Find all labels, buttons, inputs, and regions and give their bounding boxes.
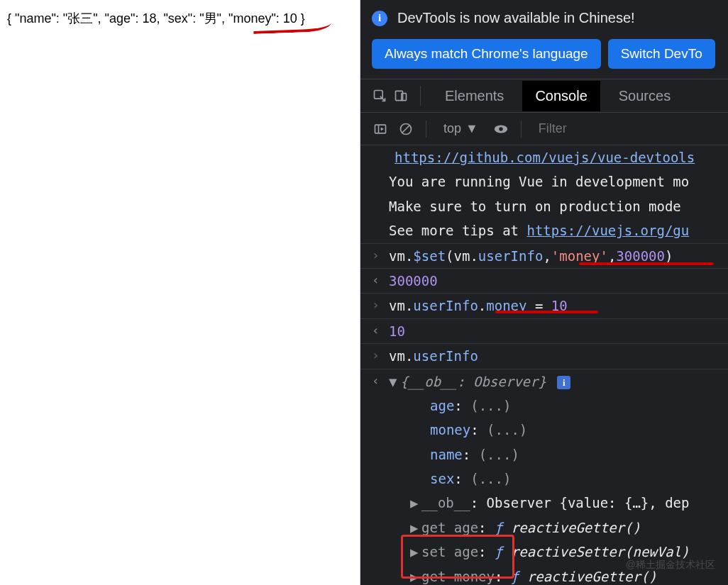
- tab-sources[interactable]: Sources: [606, 81, 683, 111]
- tab-elements[interactable]: Elements: [432, 81, 517, 111]
- object-property[interactable]: name: (...): [360, 442, 728, 467]
- filter-input[interactable]: [533, 118, 717, 139]
- device-toggle-icon[interactable]: [393, 88, 409, 104]
- clear-console-icon[interactable]: [397, 121, 414, 138]
- live-expression-icon[interactable]: [492, 121, 509, 138]
- match-language-button[interactable]: Always match Chrome's language: [372, 39, 601, 69]
- info-banner-text: DevTools is now available in Chinese!: [397, 10, 635, 26]
- annotation-underline: [579, 262, 714, 265]
- chevron-down-icon: ▼: [465, 121, 478, 136]
- switch-devtools-button[interactable]: Switch DevTo: [608, 39, 715, 69]
- caret-down-icon[interactable]: ▼: [389, 371, 400, 392]
- input-prompt-icon: ›: [372, 295, 380, 316]
- info-icon: i: [372, 11, 387, 26]
- console-input[interactable]: › vm.userInfo.money = 10: [360, 293, 728, 318]
- toolbar-divider-2: [521, 121, 522, 138]
- svg-line-6: [402, 126, 409, 133]
- console-input[interactable]: › vm.userInfo: [360, 343, 728, 368]
- info-badge-icon[interactable]: i: [557, 376, 570, 389]
- caret-right-icon[interactable]: ▶: [410, 492, 421, 513]
- console-output-line: ‹ 10: [360, 318, 728, 343]
- context-label: top: [443, 121, 461, 136]
- sidebar-toggle-icon[interactable]: [372, 121, 389, 138]
- svg-rect-3: [375, 125, 386, 133]
- object-property[interactable]: age: (...): [360, 394, 728, 418]
- info-banner: i DevTools is now available in Chinese!: [360, 0, 728, 35]
- annotation-box: [401, 535, 514, 579]
- tab-console[interactable]: Console: [522, 81, 600, 111]
- annotation-underline: [495, 311, 598, 313]
- devtools-panel: i DevTools is now available in Chinese! …: [360, 0, 728, 585]
- page-content: { "name": "张三", "age": 18, "sex": "男", "…: [0, 0, 360, 585]
- object-property[interactable]: ▶__ob__: Observer {value: {…}, dep: [360, 491, 728, 515]
- object-property[interactable]: money: (...): [360, 418, 728, 442]
- console-output-line: ‹ 300000: [360, 268, 728, 293]
- console-message: Make sure to turn on production mode: [360, 194, 728, 218]
- tab-divider: [420, 86, 421, 106]
- input-prompt-icon: ›: [372, 245, 380, 266]
- console-link-line: https://github.com/vuejs/vue-devtools: [360, 145, 728, 169]
- annotation-underline: [253, 23, 331, 34]
- inspect-icon[interactable]: [372, 88, 387, 104]
- console-message: See more tips at https://vuejs.org/gu: [360, 218, 728, 243]
- console-toolbar: top ▼: [360, 113, 728, 145]
- console-output-object[interactable]: ‹ ▼{__ob__: Observer} i: [360, 369, 728, 394]
- banner-buttons: Always match Chrome's language Switch De…: [360, 35, 728, 79]
- svg-point-8: [499, 127, 503, 131]
- output-prompt-icon: ‹: [372, 270, 380, 291]
- output-prompt-icon: ‹: [372, 371, 380, 391]
- watermark: @稀土掘金技术社区: [626, 557, 715, 572]
- devtools-link[interactable]: https://github.com/vuejs/vue-devtools: [395, 150, 695, 165]
- input-prompt-icon: ›: [372, 345, 380, 366]
- vuejs-link[interactable]: https://vuejs.org/gu: [526, 223, 689, 238]
- context-selector[interactable]: top ▼: [438, 118, 484, 139]
- console-output: https://github.com/vuejs/vue-devtools Yo…: [360, 145, 728, 585]
- output-prompt-icon: ‹: [372, 321, 380, 341]
- devtools-tabs: Elements Console Sources: [360, 79, 728, 113]
- toolbar-divider: [426, 121, 426, 138]
- console-message: You are running Vue in development mo: [360, 169, 728, 194]
- object-property[interactable]: sex: (...): [360, 467, 728, 491]
